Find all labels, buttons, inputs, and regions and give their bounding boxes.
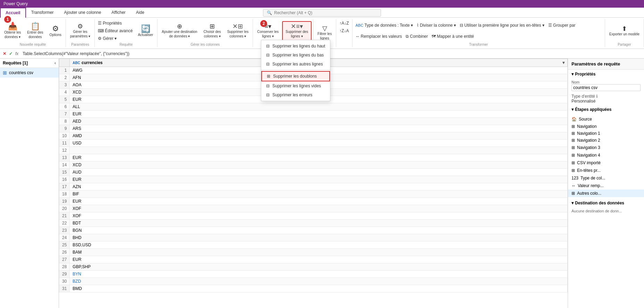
ajouter-destination-button[interactable]: ⊕ Ajouter une destinationde données ▾ <box>159 22 200 40</box>
table-row[interactable]: 12 <box>59 147 568 154</box>
row-number: 16 <box>59 176 70 183</box>
suppr-doublons-item[interactable]: ⊞ Supprimer les doublons <box>261 71 330 81</box>
table-row[interactable]: 26BAM <box>59 249 568 256</box>
tab-transformer[interactable]: Transformer <box>26 8 59 17</box>
step-item-navigation[interactable]: ⊞Navigation <box>568 123 644 130</box>
suppr-vides-item[interactable]: ⊟ Supprimer les lignes vides <box>261 81 330 90</box>
step-gear-icon[interactable]: ⚙ <box>635 152 641 158</box>
properties-section[interactable]: ▾ Propriétés <box>568 70 644 79</box>
step-item-en-tetes[interactable]: ⊞En-têtes pr...⚙ <box>568 167 644 174</box>
table-row[interactable]: 25BSD,USD <box>59 241 568 249</box>
type-donnees-button[interactable]: ABC Type de données : Texte ▾ <box>354 22 415 29</box>
formula-accept-button[interactable]: ✓ <box>9 51 12 56</box>
table-row[interactable]: 31BMD <box>59 285 568 292</box>
table-row[interactable]: 17AZN <box>59 183 568 191</box>
destination-section[interactable]: ▾ Destination des données <box>568 199 644 208</box>
formula-reject-button[interactable]: ✕ <box>3 51 6 56</box>
table-row[interactable]: 23BGN <box>59 227 568 234</box>
editeur-avance-button[interactable]: ⌨ Éditeur avancé <box>96 27 134 34</box>
col-dropdown-icon[interactable]: ▾ <box>562 60 565 65</box>
table-row[interactable]: 21XOF <box>59 212 568 220</box>
table-row[interactable]: 16EUR <box>59 176 568 183</box>
destination-value: Aucune destination de donn... <box>571 209 641 213</box>
supprimer-lignes-button[interactable]: ✕≡▾ Supprimer deslignes ▾ <box>282 21 312 41</box>
step-gear-icon[interactable]: ⚙ <box>635 168 641 173</box>
tab-accueil[interactable]: Accueil <box>0 8 26 18</box>
table-row[interactable]: 9ARS <box>59 125 568 132</box>
query-item-countries-csv[interactable]: ⊞ countries csv <box>0 68 59 78</box>
step-gear-icon[interactable]: ⚙ <box>628 145 634 150</box>
tab-afficher[interactable]: Afficher <box>106 8 130 17</box>
gerer-button[interactable]: ⚙ Gérer ▾ <box>96 35 134 42</box>
step-item-autres-colo[interactable]: ⊞Autres colo...⚙✕ <box>568 190 644 197</box>
table-row[interactable]: 7EUR <box>59 111 568 118</box>
table-row[interactable]: 22BDT <box>59 220 568 227</box>
diviser-colonne-button[interactable]: ⌇ Diviser la colonne ▾ <box>415 22 458 29</box>
actualiser-button[interactable]: 🔄 Actualiser <box>135 24 156 38</box>
step-gear-icon[interactable]: ⚙ <box>635 160 641 166</box>
table-row[interactable]: 24BHD <box>59 234 568 241</box>
step-gear-icon[interactable]: ⚙ <box>628 175 634 181</box>
step-item-navigation-4[interactable]: ⊞Navigation 4⚙ <box>568 151 644 159</box>
step-gear-icon[interactable]: ⚙ <box>635 116 641 122</box>
step-label: Navigation 4 <box>577 153 600 158</box>
mapper-entite-button[interactable]: 🗺 Mapper à une entité <box>430 33 476 40</box>
search-input[interactable] <box>274 10 377 15</box>
filtrer-lignes-button[interactable]: ▽ Filtrer leslignes <box>315 24 334 42</box>
name-input[interactable] <box>571 84 641 91</box>
grouper-par-button[interactable]: ☰ Grouper par <box>546 22 577 29</box>
table-row[interactable]: 18BIF <box>59 191 568 198</box>
step-item-source[interactable]: 🏠Source⚙ <box>568 115 644 123</box>
table-row[interactable]: 19EUR <box>59 198 568 205</box>
table-row[interactable]: 13EUR <box>59 154 568 161</box>
step-item-valeur-remp[interactable]: ↔Valeur remp...⚙ <box>568 182 644 190</box>
table-row[interactable]: 11USD <box>59 140 568 147</box>
suppr-erreurs-item[interactable]: ⊟ Supprimer les erreurs <box>261 90 330 99</box>
supprimer-colonnes-button[interactable]: ✕⊞ Supprimer lescolonnes ▾ <box>224 22 252 40</box>
table-row[interactable]: 6ALL <box>59 103 568 111</box>
premiere-ligne-button[interactable]: ⊟ Utiliser la première ligne pour les en… <box>458 22 546 29</box>
tab-aide[interactable]: Aide <box>131 8 150 17</box>
applied-steps-section[interactable]: ▾ Étapes appliquées <box>568 105 644 114</box>
step-gear-icon[interactable]: ⚙ <box>628 191 634 196</box>
gerer-parametres-button[interactable]: ⚙ Gérer lesparamètres ▾ <box>67 22 93 40</box>
step-gear-icon[interactable]: ⚙ <box>635 183 641 188</box>
conserver-lignes-button[interactable]: ≡▾ Conserver leslignes ▾ <box>254 22 281 40</box>
trier-az-button[interactable]: ↑A↓Z <box>338 20 350 27</box>
step-item-navigation-1[interactable]: ⊞Navigation 1 <box>568 130 644 137</box>
step-item-navigation-3[interactable]: ⊞Navigation 3⚙⚠ <box>568 144 644 151</box>
proprietes-button[interactable]: ☰ Propriétés <box>96 20 134 27</box>
col-name: currencies <box>82 60 103 65</box>
choisir-colonnes-button[interactable]: ⊞ Choisir descolonnes ▾ <box>201 22 224 40</box>
table-row[interactable]: 14XCD <box>59 161 568 169</box>
step-delete-icon[interactable]: ✕ <box>635 191 641 196</box>
combiner-button[interactable]: ⧉ Combiner <box>404 33 430 40</box>
suppr-bas-item[interactable]: ⊟ Supprimer les lignes du bas <box>261 51 330 60</box>
row-number: 19 <box>59 198 70 205</box>
table-row[interactable]: 28GBP,SHP <box>59 263 568 271</box>
trier-za-button[interactable]: ↑Z↓A <box>338 27 350 34</box>
table-row[interactable]: 10AMD <box>59 132 568 140</box>
table-row[interactable]: 27EUR <box>59 256 568 263</box>
queries-collapse-icon[interactable]: ‹ <box>54 61 56 65</box>
step-item-csv-importe[interactable]: ⊞CSV importé⚙ <box>568 159 644 167</box>
obtenir-donnees-button[interactable]: 📥 Obtenir lesdonnées ▾ <box>1 21 24 41</box>
table-row[interactable]: 8AED <box>59 118 568 125</box>
group-label-parametres: Paramètres <box>67 42 93 47</box>
options-button[interactable]: ⚙ Options <box>47 24 64 38</box>
table-row[interactable]: 29BYN <box>59 271 568 278</box>
entrer-donnees-button[interactable]: 📋 Entrer desdonnées <box>24 21 46 41</box>
remplacer-valeurs-button[interactable]: ↔ Remplacer les valeurs <box>354 33 404 40</box>
row-number: 20 <box>59 205 70 212</box>
cell-value: XOF <box>70 205 568 212</box>
exporter-modele-button[interactable]: ⬆ Exporter un modèle <box>607 24 642 38</box>
table-row[interactable]: 20XOF <box>59 205 568 212</box>
table-row[interactable]: 15AUD <box>59 169 568 176</box>
table-row[interactable]: 30BZD <box>59 278 568 285</box>
step-item-type-col[interactable]: 123Type de col...⚙⚠ <box>568 174 644 182</box>
suppr-autres-item[interactable]: ⊟ Supprimer les autres lignes <box>261 60 330 69</box>
choisir-colonnes-icon: ⊞ <box>210 23 215 29</box>
tab-ajouter-colonne[interactable]: Ajouter une colonne <box>59 8 107 17</box>
step-item-navigation-2[interactable]: ⊞Navigation 2 <box>568 137 644 144</box>
suppr-haut-item[interactable]: ⊟ Supprimer les lignes du haut <box>261 42 330 51</box>
